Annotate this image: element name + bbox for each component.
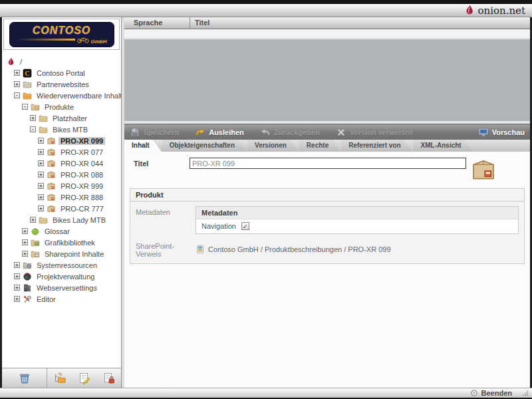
column-header-sprache[interactable]: Sprache — [134, 19, 162, 27]
tree-expander-toggle[interactable]: - — [30, 126, 36, 132]
checkout-icon — [195, 127, 205, 138]
tab-rechte[interactable]: Rechte — [299, 140, 340, 152]
quit-button[interactable]: Beenden — [481, 389, 512, 397]
tree-expander-toggle[interactable]: + — [22, 228, 28, 234]
tree-item-label: PRO-XR 999 — [59, 182, 105, 190]
tree-expander-toggle[interactable]: + — [38, 172, 44, 178]
footer-button-edit-document[interactable] — [72, 368, 96, 388]
tools-icon — [23, 295, 32, 304]
tree-expander-toggle[interactable]: + — [14, 262, 20, 268]
monitor-icon — [478, 127, 489, 138]
metadaten-row: Metadaten Metadaten Navigation ✓ — [136, 206, 519, 234]
package-icon — [47, 159, 56, 168]
tree-item-label: Bikes MTB — [51, 126, 90, 134]
tab-objekteigenschaften[interactable]: Objekteigenschaften — [162, 140, 247, 152]
bicycle-icon — [76, 37, 90, 43]
resize-grip-icon[interactable] — [522, 390, 529, 396]
tab-inhalt[interactable]: Inhalt — [124, 140, 162, 152]
tree-expander-toggle[interactable]: + — [22, 251, 28, 257]
tree-item-partnerwebsites[interactable]: +Partnerwebsites — [2, 78, 121, 90]
tree-expander-toggle[interactable]: + — [38, 205, 44, 211]
tree-expander-toggle[interactable]: + — [14, 296, 20, 302]
titel-input[interactable] — [190, 158, 466, 169]
toolbar-button-version-verwerfen[interactable]: Version verwerfen — [336, 127, 413, 138]
tree-item-platzhalter[interactable]: +Platzhalter — [2, 112, 121, 124]
tree-item-label: Editor — [35, 295, 58, 303]
tree-item-webserversettings[interactable]: +Webserversettings — [2, 282, 121, 293]
preview-button-label: Vorschau — [492, 128, 525, 136]
tree-item-contoso-portal[interactable]: +CContoso Portal — [2, 67, 121, 78]
tree-item-bikes-mtb[interactable]: -Bikes MTB — [2, 124, 121, 135]
package-icon — [47, 193, 56, 202]
brand-text: onion.net — [477, 5, 525, 17]
customer-logo-panel: CONTOSO GmbH — [3, 19, 120, 50]
toolbar-button-zurückgeben[interactable]: Zurückgeben — [260, 127, 320, 138]
tree-expander-toggle[interactable]: + — [38, 160, 44, 166]
toolbar-button-speichern[interactable]: Speichern — [130, 127, 179, 138]
sharepoint-reference-link[interactable]: Contoso GmbH / Produktbeschreibungen / P… — [208, 245, 391, 253]
tree-item-bikes-lady-mtb[interactable]: +Bikes Lady MTB — [2, 214, 121, 225]
onion-mini-icon — [470, 389, 478, 397]
onion-net-logo-icon — [464, 5, 475, 16]
footer-button-trash[interactable] — [2, 368, 47, 388]
tree-item-pro-cr-777[interactable]: +PRO-CR 777 — [2, 203, 121, 214]
tab-xml-ansicht[interactable]: XML-Ansicht — [414, 140, 473, 152]
tree-expander-toggle[interactable]: + — [14, 81, 20, 87]
tree-item-projektverwaltung[interactable]: +Projektverwaltung — [2, 271, 121, 282]
image-folder-icon — [31, 238, 40, 247]
tree-expander-toggle[interactable]: + — [14, 273, 20, 279]
footer-button-move-folder[interactable] — [47, 368, 72, 388]
tree-item-label: PRO-XR 077 — [59, 148, 105, 156]
tree-item-produkte[interactable]: -Produkte — [2, 101, 121, 112]
column-header-titel[interactable]: Titel — [195, 19, 209, 27]
tree-expander-toggle[interactable]: + — [38, 149, 44, 155]
metadaten-group: Metadaten Navigation ✓ — [196, 206, 519, 234]
tree-expander-toggle[interactable]: + — [38, 194, 44, 200]
tree-item-pro-xr-044[interactable]: +PRO-XR 044 — [2, 158, 121, 169]
package-icon — [47, 204, 56, 213]
tree-item-pro-xr-088[interactable]: +PRO-XR 088 — [2, 169, 121, 180]
tree-item-wiederverwendbare-inhalte[interactable]: -Wiederverwendbare Inhalte — [2, 90, 121, 101]
metadaten-group-header: Metadaten — [196, 207, 518, 219]
tree-expander-toggle[interactable]: + — [30, 217, 36, 223]
tree-item-glossar[interactable]: +Glossar — [2, 225, 121, 237]
tree-item-sharepoint-inhalte[interactable]: +Sharepoint Inhalte — [2, 248, 121, 259]
tree-item-pro-xr-888[interactable]: +PRO-XR 888 — [2, 192, 121, 203]
toolbar-button-label: Ausleihen — [209, 128, 244, 136]
tree-item-pro-xr-077[interactable]: +PRO-XR 077 — [2, 146, 121, 158]
language-list-row[interactable] — [124, 30, 530, 39]
tree-expander-toggle[interactable]: + — [38, 138, 44, 144]
produkt-section-title: Produkt — [130, 189, 524, 201]
column-divider[interactable] — [190, 17, 190, 29]
sharepoint-field-label: SharePoint-Verweis — [136, 240, 196, 258]
tree-expander-toggle[interactable]: + — [14, 70, 20, 76]
tree-item-label: PRO-CR 777 — [59, 205, 106, 213]
contoso-logo-swoosh — [18, 39, 75, 41]
tree-item-label: PRO-XR 099 — [59, 137, 105, 145]
tree-expander-toggle[interactable]: + — [22, 239, 28, 245]
tree-expander-toggle[interactable]: + — [14, 285, 20, 291]
tree-item-pro-xr-099[interactable]: +PRO-XR 099 — [2, 135, 121, 146]
tree-expander-toggle[interactable]: - — [14, 92, 20, 98]
tree-item-systemressourcen[interactable]: +Systemressourcen — [2, 259, 121, 271]
tree-item-label: Grafikbibliothek — [43, 239, 97, 247]
tab-referenziert-von[interactable]: Referenziert von — [341, 140, 412, 152]
tree-item-label: Webserversettings — [35, 284, 99, 292]
tree-item-editor[interactable]: +Editor — [2, 293, 121, 305]
footer-button-lock-document[interactable] — [96, 368, 121, 388]
toolbar-button-label: Version verwerfen — [350, 128, 413, 136]
tree-item-grafikbibliothek[interactable]: +Grafikbibliothek — [2, 237, 121, 248]
checkin-icon — [260, 127, 271, 138]
navigation-checkbox[interactable]: ✓ — [241, 222, 249, 230]
save-icon — [130, 127, 140, 138]
toolbar-button-ausleihen[interactable]: Ausleihen — [195, 127, 244, 138]
tree-expander-toggle[interactable]: + — [30, 115, 36, 121]
preview-button[interactable]: Vorschau — [478, 127, 525, 138]
tree-item-pro-xr-999[interactable]: +PRO-XR 999 — [2, 180, 121, 192]
tab-versionen[interactable]: Versionen — [247, 140, 299, 152]
tree-item-label: Partnerwebsites — [35, 80, 91, 88]
tree-expander-toggle[interactable]: + — [38, 183, 44, 189]
tree-expander-toggle[interactable]: - — [22, 104, 28, 110]
tree-item-[interactable]: / — [2, 56, 121, 67]
svg-text:C: C — [25, 69, 29, 76]
